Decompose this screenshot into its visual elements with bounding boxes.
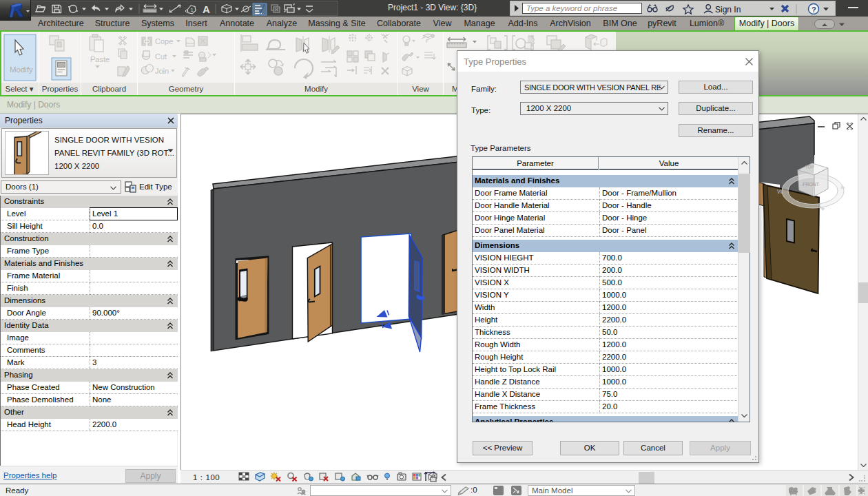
svg-text:Modify: Modify: [10, 65, 33, 74]
svg-text:Paste: Paste: [90, 55, 110, 63]
svg-text:?: ?: [812, 6, 816, 14]
svg-text:Cut: Cut: [155, 52, 167, 61]
svg-text:W: W: [777, 188, 783, 195]
svg-text:TOP: TOP: [805, 164, 815, 169]
svg-text:A: A: [203, 3, 210, 15]
svg-text:FRONT: FRONT: [803, 182, 820, 187]
svg-text:Sign In: Sign In: [715, 5, 741, 14]
svg-text:1: 1: [191, 7, 194, 13]
svg-text:S: S: [817, 203, 821, 209]
svg-text:Join: Join: [155, 67, 169, 75]
svg-text:Cope: Cope: [155, 37, 173, 45]
